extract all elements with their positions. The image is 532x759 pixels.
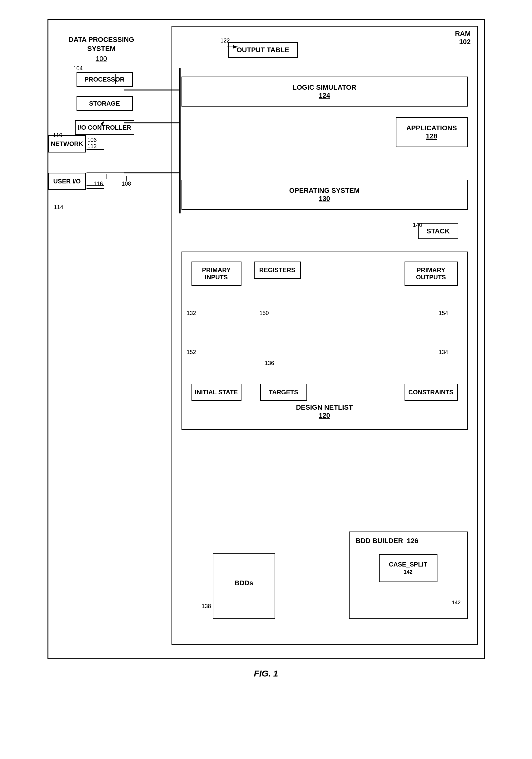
bdds-box: BDDs — [213, 553, 275, 619]
bdd-builder-label: BDD BUILDER 126 — [356, 537, 419, 545]
operating-system-box: OPERATING SYSTEM 130 — [181, 180, 468, 210]
io-controller-box: I/O CONTROLLER — [75, 120, 134, 135]
primary-outputs-box: PRIMARY OUTPUTS — [404, 261, 458, 286]
network-ref: 110 — [53, 132, 62, 139]
data-processing-section: DATA PROCESSING SYSTEM 100 104 PROCESSOR… — [58, 35, 145, 135]
primary-outputs-ref-154: 154 — [438, 310, 448, 317]
page-container: DATA PROCESSING SYSTEM 100 104 PROCESSOR… — [22, 13, 510, 731]
outer-diagram-box: DATA PROCESSING SYSTEM 100 104 PROCESSOR… — [48, 19, 485, 659]
dps-number: 100 — [58, 55, 145, 63]
registers-box: REGISTERS — [254, 261, 301, 279]
case-split-box: CASE_SPLIT 142 — [379, 554, 437, 582]
ref-116: 116 — [94, 180, 103, 187]
applications-box: APPLICATIONS 128 — [396, 117, 468, 147]
processor-ref-label: 104 — [73, 65, 83, 72]
figure-caption: FIG. 1 — [254, 669, 278, 679]
primary-inputs-ref: 132 — [187, 310, 196, 317]
logic-simulator-box: LOGIC SIMULATOR 124 — [181, 77, 468, 106]
ref-108: 108 — [122, 180, 131, 187]
targets-ref: 136 — [265, 360, 274, 367]
user-io-box: USER I/O — [49, 173, 86, 190]
initial-state-ref: 152 — [187, 349, 196, 356]
case-split-ref: 142 — [452, 600, 461, 606]
processor-box: PROCESSOR — [77, 72, 133, 87]
dps-label: DATA PROCESSING SYSTEM — [58, 35, 145, 53]
ram-label: RAM 102 — [455, 30, 471, 46]
output-table-box: OUTPUT TABLE — [228, 42, 298, 58]
ref-106: 106 — [88, 137, 97, 143]
initial-state-box: INITIAL STATE — [192, 384, 242, 401]
stack-box: STACK — [418, 223, 458, 239]
bdds-ref: 138 — [202, 603, 211, 610]
constraints-ref: 134 — [438, 349, 448, 356]
primary-inputs-box: PRIMARY INPUTS — [192, 261, 242, 286]
design-netlist-container: 132 PRIMARY INPUTS 150 REGISTERS 154 PRI… — [181, 252, 468, 430]
targets-box: TARGETS — [260, 384, 307, 401]
constraints-box: CONSTRAINTS — [404, 384, 458, 401]
storage-box: STORAGE — [77, 96, 133, 111]
ram-section: RAM 102 122 OUTPUT TABLE LOGIC SIMULATOR… — [171, 26, 478, 645]
ref-112: 112 — [88, 143, 97, 150]
registers-ref: 150 — [260, 310, 269, 317]
userio-ref: 114 — [54, 204, 63, 211]
design-netlist-label: DESIGN NETLIST 120 — [296, 403, 353, 419]
bdd-builder-box: BDD BUILDER 126 142 CASE_SPLIT 142 — [349, 532, 468, 619]
